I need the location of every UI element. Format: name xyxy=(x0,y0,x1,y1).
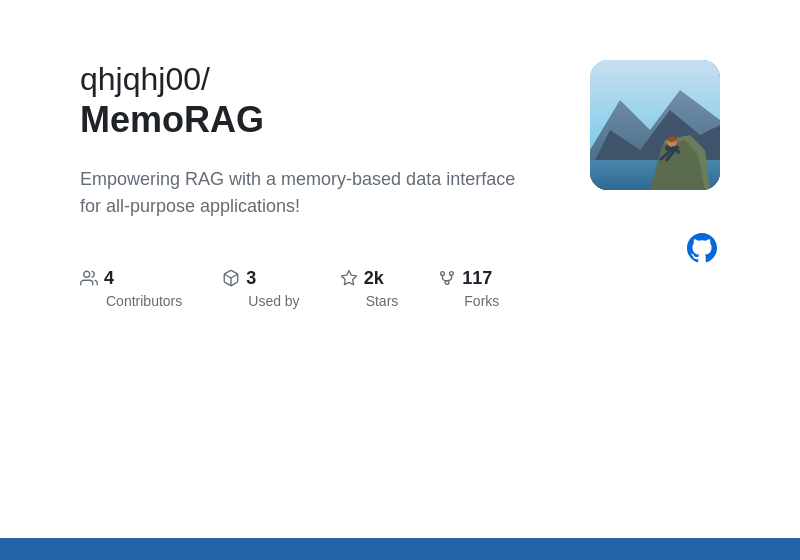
stat-forks[interactable]: 117 Forks xyxy=(438,268,499,309)
used-by-label: Used by xyxy=(222,293,299,309)
stars-label: Stars xyxy=(340,293,399,309)
svg-marker-2 xyxy=(341,271,356,285)
right-content xyxy=(590,60,720,270)
stat-used-by[interactable]: 3 Used by xyxy=(222,268,299,309)
github-icon[interactable] xyxy=(684,230,720,266)
svg-point-19 xyxy=(667,136,677,142)
people-icon xyxy=(80,269,98,287)
box-icon xyxy=(222,269,240,287)
main-container: qhjqhj00/ MemoRAG Empowering RAG with a … xyxy=(0,0,800,560)
content-row: qhjqhj00/ MemoRAG Empowering RAG with a … xyxy=(80,60,720,309)
avatar xyxy=(590,60,720,190)
repo-name[interactable]: MemoRAG xyxy=(80,98,590,141)
left-content: qhjqhj00/ MemoRAG Empowering RAG with a … xyxy=(80,60,590,309)
avatar-scene xyxy=(590,60,720,190)
contributors-value: 4 xyxy=(104,268,114,289)
forks-label: Forks xyxy=(438,293,499,309)
stats-row: 4 Contributors 3 Used by xyxy=(80,268,590,309)
github-icon-container[interactable] xyxy=(684,230,720,270)
used-by-value: 3 xyxy=(246,268,256,289)
contributors-label: Contributors xyxy=(80,293,182,309)
star-icon xyxy=(340,269,358,287)
repo-owner[interactable]: qhjqhj00/ xyxy=(80,60,590,98)
stat-contributors[interactable]: 4 Contributors xyxy=(80,268,182,309)
stat-stars[interactable]: 2k Stars xyxy=(340,268,399,309)
forks-value: 117 xyxy=(462,268,492,289)
repo-description: Empowering RAG with a memory-based data … xyxy=(80,166,540,220)
bottom-bar xyxy=(0,538,800,560)
stars-value: 2k xyxy=(364,268,384,289)
fork-icon xyxy=(438,269,456,287)
svg-point-0 xyxy=(84,271,90,277)
